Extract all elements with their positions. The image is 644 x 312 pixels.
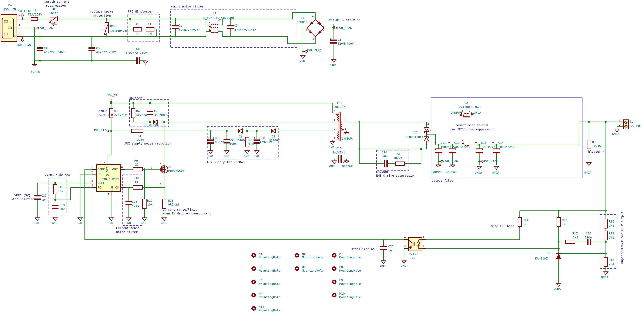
label-gnd[interactable]: GND [110, 186, 114, 191]
label-4k7-2w[interactable]: 4k7/2W [136, 113, 147, 117]
label-10-2w[interactable]: 10/2W [393, 156, 402, 160]
label-mountinghole[interactable]: MountingHole [302, 269, 324, 272]
label-gndpwr[interactable]: GNDPWR [431, 170, 441, 174]
label-gnd[interactable]: GND [52, 221, 57, 225]
label-mountinghole[interactable]: MountingHole [259, 296, 280, 299]
label-0r5-2w[interactable]: 0R5/2W [168, 203, 179, 206]
label-470n-250v-x2[interactable]: 470n/250V/X2 [179, 28, 200, 32]
label-12v-out[interactable]: 12V_OUT [629, 124, 642, 128]
label-c2[interactable]: C2 [234, 24, 238, 27]
label-uc3843-dip8[interactable]: UC3843_DIP8 [100, 178, 119, 181]
label-gnd[interactable]: GND [224, 155, 229, 158]
label-gnda[interactable]: GNDA [492, 171, 499, 174]
label-r5[interactable]: R5 [138, 134, 141, 137]
label-uf4007[interactable]: UF4007 [269, 139, 280, 142]
label-10k[interactable]: 10k [147, 203, 152, 206]
label-gnd[interactable]: GND [254, 155, 259, 158]
label-pri-hi[interactable]: PRI_HI [106, 93, 117, 96]
label-1k[interactable]: 1k [134, 180, 138, 183]
label-mountinghole[interactable]: MountingHole [302, 256, 324, 259]
Q1-mosfet[interactable] [160, 166, 168, 173]
label-mbr20100ct[interactable]: MBR20100CT [406, 135, 424, 139]
label-d4[interactable]: D4 [272, 135, 275, 138]
label-r2[interactable]: R2 [148, 23, 151, 26]
label-270[interactable]: 270 [609, 236, 614, 239]
label-gnd[interactable]: GND [141, 221, 146, 225]
label-r3[interactable]: R3 [114, 109, 118, 113]
label-u2[interactable]: U2 [412, 256, 416, 259]
label-r17[interactable]: R17 [572, 232, 578, 235]
label-l-ferrite-coupled[interactable]: L_Ferrite_Coupled [203, 16, 234, 19]
label-gnd[interactable]: GND [300, 59, 305, 62]
label-10n[interactable]: 10n [41, 198, 46, 201]
label-1k[interactable]: 1k [562, 223, 566, 226]
label-r12[interactable]: R12 [147, 199, 152, 202]
label-c14[interactable]: C14 [498, 141, 504, 144]
label-r11[interactable]: R11 [58, 186, 63, 189]
label-mountinghole[interactable]: MountingHole [339, 269, 361, 272]
label-1000m-25v[interactable]: 1000M/25V [498, 145, 514, 149]
label-h1[interactable]: H1 [259, 252, 262, 255]
label-gnda[interactable]: GNDA [475, 171, 482, 174]
label-1m[interactable]: 1M [148, 32, 152, 35]
label-r14[interactable]: R14 [523, 218, 528, 222]
label-1n-x1y1[interactable]: 1n/X1Y1 [332, 151, 345, 154]
label-pe[interactable]: PE [12, 26, 16, 29]
label-3n3-800v[interactable]: 3n3/800V [154, 113, 168, 117]
label-mountinghole[interactable]: MountingHole [259, 309, 280, 312]
label-9k1[interactable]: 9k1 [609, 224, 614, 227]
label-c7[interactable]: C7 [154, 109, 158, 113]
label-u3[interactable]: U3 [547, 252, 550, 255]
label-mountinghole[interactable]: MountingHole [339, 296, 361, 299]
label-q1[interactable]: Q1 [168, 165, 172, 169]
label-120m-400v[interactable]: 120M/400V [338, 42, 354, 45]
label-gnd[interactable]: GND [330, 63, 336, 66]
label-inr14d471k[interactable]: INR14D471K [110, 29, 128, 32]
label-gnd[interactable]: GND [126, 221, 131, 225]
label-l2[interactable]: L2 [464, 101, 468, 104]
label-l[interactable]: L [14, 17, 16, 20]
label-d2[interactable]: D2 [144, 123, 147, 126]
label-h6[interactable]: H6 [302, 265, 306, 269]
label-c8[interactable]: C8 [213, 136, 217, 140]
label-gnd[interactable]: GND [329, 146, 334, 149]
label-gnd[interactable]: GND [380, 265, 386, 268]
label-h10[interactable]: H10 [339, 292, 345, 295]
label-r15[interactable]: R15 [562, 218, 567, 222]
label-th1[interactable]: TH1 [51, 7, 57, 11]
ground-symbols[interactable] [21, 14, 619, 286]
label-230v-in[interactable]: 230V_IN [3, 8, 16, 11]
label-h9[interactable]: H9 [339, 279, 343, 282]
label-c19[interactable]: C19 [60, 203, 65, 207]
label-r18[interactable]: R18 [609, 258, 614, 262]
label-earth[interactable]: Earth [31, 70, 40, 73]
label-c13[interactable]: C13 [481, 141, 486, 144]
label-vcc[interactable]: VCC [106, 166, 109, 172]
label-r10[interactable]: R10 [134, 176, 139, 180]
label-gnd[interactable]: GND [244, 155, 249, 158]
label-r7[interactable]: R7 [592, 140, 596, 144]
label-470p[interactable]: 470p [132, 204, 139, 207]
label-2k4[interactable]: 2k4 [609, 262, 614, 266]
label-1k[interactable]: 1k [523, 223, 526, 226]
label-cs[interactable]: CS [115, 186, 119, 189]
label-pc817[interactable]: PC817 [409, 252, 418, 255]
label-gnda[interactable]: GNDA [554, 287, 561, 290]
label-2n2[interactable]: 2n2 [60, 207, 65, 211]
label-u1[interactable]: U1 [106, 173, 110, 176]
label-c21[interactable]: C21 [388, 245, 394, 248]
label-gndpwr[interactable]: GNDPWR [342, 165, 353, 168]
label-h7[interactable]: H7 [339, 252, 343, 255]
label-h11[interactable]: H11 [259, 305, 264, 309]
label-c11[interactable]: C11 [440, 141, 446, 144]
label-12-1w[interactable]: 12/1W [135, 138, 144, 142]
label-c4[interactable]: C4 [44, 46, 48, 50]
label-uf4007[interactable]: UF4007 [149, 123, 160, 126]
label-pri-hi[interactable]: PRI_HI [329, 19, 340, 22]
label-2x150uh-q-3[interactable]: 2x150uH, Q=3 [459, 105, 480, 109]
label-1000m-25v[interactable]: 1000M/25V [481, 145, 497, 149]
label-c6[interactable]: C6 [136, 47, 140, 50]
label-mountinghole[interactable]: MountingHole [259, 269, 280, 272]
label-l1[interactable]: L1 [213, 12, 216, 15]
label-mountinghole[interactable]: MountingHole [259, 256, 280, 259]
